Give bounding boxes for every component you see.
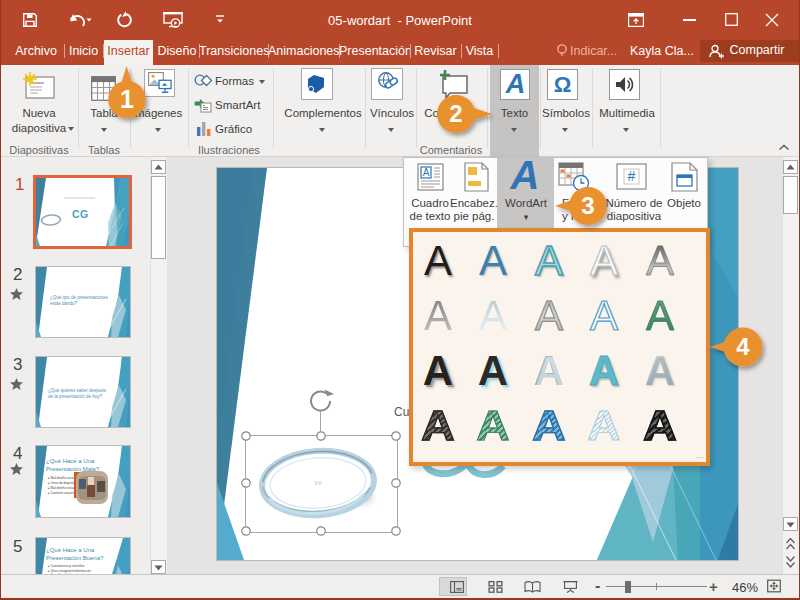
svg-text:1: 1: [120, 85, 134, 113]
svg-text:de la presentación de hoy?: de la presentación de hoy?: [48, 394, 103, 399]
svg-text:¿Qué Hace a Una: ¿Qué Hace a Una: [46, 547, 95, 553]
svg-text:▸ Consistencia y sencillez: ▸ Consistencia y sencillez: [48, 564, 85, 568]
svg-text:#: #: [628, 168, 636, 184]
svg-text:▸ Mal diseño visual: ▸ Mal diseño visual: [48, 476, 75, 480]
svg-text:CG: CG: [72, 208, 89, 220]
svg-text:▸ Único imágenes/información: ▸ Único imágenes/información: [48, 568, 91, 573]
svg-text:¿Qué Hace a Una: ¿Qué Hace a Una: [46, 458, 95, 464]
svg-text:3: 3: [581, 192, 594, 219]
svg-text:▸ Contexto excesivo: ▸ Contexto excesivo: [48, 491, 77, 495]
svg-text:2: 2: [449, 100, 462, 127]
svg-text:4: 4: [736, 333, 750, 360]
svg-text:▸ Mal diseño visual: ▸ Mal diseño visual: [48, 486, 75, 490]
svg-text:Presentación Buena?: Presentación Buena?: [46, 555, 104, 561]
svg-text:¿Qué quieres saber después: ¿Qué quieres saber después: [48, 388, 107, 393]
svg-text:estás dando?: estás dando?: [50, 301, 78, 306]
svg-text:A: A: [423, 167, 430, 178]
svg-text:¿Qué tipo de presentaciones: ¿Qué tipo de presentaciones: [50, 295, 109, 300]
